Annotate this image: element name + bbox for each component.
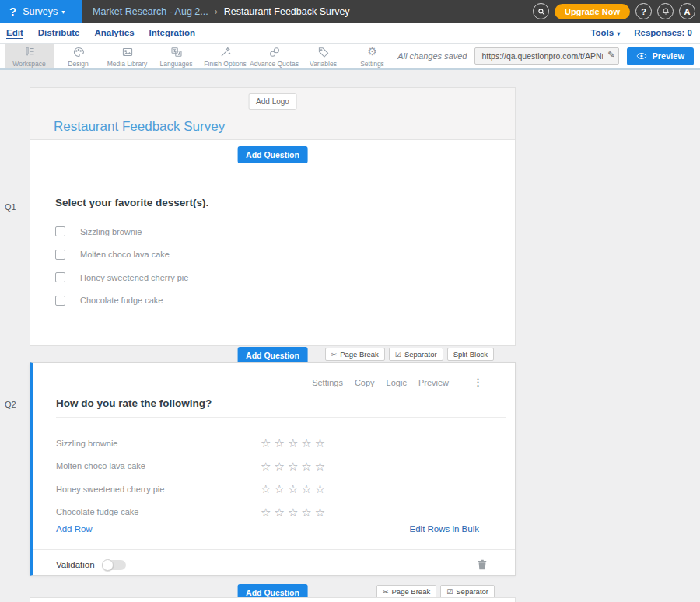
split-block-label: Split Block xyxy=(453,350,488,359)
rating-row: Honey sweetened cherry pie ☆☆☆☆☆ xyxy=(56,478,480,501)
survey-header: Add Logo Restaurant Feedback Survey xyxy=(30,88,515,140)
tab-edit[interactable]: Edit xyxy=(6,26,23,39)
toolbar-item-workspace[interactable]: Workspace xyxy=(5,44,54,68)
top-bar: ? Surveys ▾ Market Research - Aug 2... ›… xyxy=(0,0,700,23)
separator-button[interactable]: ☑ Separator xyxy=(440,585,495,598)
add-logo-button[interactable]: Add Logo xyxy=(248,93,297,110)
bell-icon xyxy=(661,7,670,16)
page-break-button[interactable]: ✂ Page Break xyxy=(325,348,385,361)
separator-icon: ☑ xyxy=(446,588,453,596)
delete-question-button[interactable] xyxy=(478,559,487,570)
question-number-q1: Q1 xyxy=(5,202,16,212)
section-nav: Edit Distribute Analytics Integration To… xyxy=(0,23,700,44)
toolbar-item-label: Variables xyxy=(310,60,337,68)
breadcrumb-separator: › xyxy=(215,6,218,17)
survey-block-q2: Settings Copy Logic Preview ⋮ How do you… xyxy=(30,362,516,576)
q2-question-text[interactable]: How do you rate the following? xyxy=(56,397,506,418)
rating-row: Sizzling brownie ☆☆☆☆☆ xyxy=(56,432,480,455)
validation-label: Validation xyxy=(56,560,95,569)
survey-title[interactable]: Restaurant Feedback Survey xyxy=(54,119,225,135)
workspace-icon xyxy=(23,46,36,58)
star-rating[interactable]: ☆☆☆☆☆ xyxy=(261,460,328,472)
toolbar-item-settings[interactable]: ⚙ Settings xyxy=(348,44,397,68)
tag-icon xyxy=(317,46,330,58)
toggle-knob xyxy=(102,559,114,571)
gear-icon: ⚙ xyxy=(367,46,377,58)
surveys-menu[interactable]: Surveys ▾ xyxy=(23,6,65,17)
search-button[interactable] xyxy=(533,3,549,19)
breadcrumb: Market Research - Aug 2... › Restaurant … xyxy=(93,6,350,17)
toolbar-item-languages[interactable]: Languages xyxy=(152,44,201,68)
toolbar-right: All changes saved ✎ Preview xyxy=(397,44,700,68)
add-row-link[interactable]: Add Row xyxy=(56,524,93,534)
toolbar-item-finish-options[interactable]: Finish Options xyxy=(201,44,250,68)
separator-button[interactable]: ☑ Separator xyxy=(389,348,443,361)
tab-integration[interactable]: Integration xyxy=(149,26,195,39)
more-options-icon[interactable]: ⋮ xyxy=(473,376,483,388)
breadcrumb-survey-name[interactable]: Restaurant Feedback Survey xyxy=(224,6,350,17)
toolbar-item-media-library[interactable]: Media Library xyxy=(103,44,152,68)
option-row: Honey sweetened cherry pie xyxy=(55,266,492,289)
scissors-icon: ✂ xyxy=(331,351,338,359)
add-question-button-mid[interactable]: Add Question xyxy=(237,347,308,364)
q2-logic-action[interactable]: Logic xyxy=(387,378,407,387)
search-icon xyxy=(537,7,546,16)
survey-url-input[interactable] xyxy=(474,47,619,65)
toolbar-item-design[interactable]: Design xyxy=(54,44,103,68)
edit-rows-in-bulk-link[interactable]: Edit Rows in Bulk xyxy=(410,524,479,534)
edit-url-icon[interactable]: ✎ xyxy=(607,50,614,60)
account-avatar[interactable]: A xyxy=(679,3,695,19)
tab-analytics[interactable]: Analytics xyxy=(94,26,134,39)
star-rating[interactable]: ☆☆☆☆☆ xyxy=(261,437,328,449)
topbar-actions: Upgrade Now ? A xyxy=(533,3,700,19)
star-rating[interactable]: ☆☆☆☆☆ xyxy=(261,483,328,495)
toolbar-item-variables[interactable]: Variables xyxy=(299,44,348,68)
q1-question-text[interactable]: Select your favorite dessert(s). xyxy=(55,197,208,208)
divider xyxy=(33,549,515,550)
help-button[interactable]: ? xyxy=(635,3,652,19)
checkbox[interactable] xyxy=(55,250,65,260)
tools-menu[interactable]: Tools ▾ xyxy=(590,28,620,37)
responses-count[interactable]: Responses: 0 xyxy=(634,28,692,37)
toolbar-item-label: Languages xyxy=(159,60,192,68)
breadcrumb-folder[interactable]: Market Research - Aug 2... xyxy=(93,6,208,17)
magic-wand-icon xyxy=(219,46,232,58)
q2-settings-action[interactable]: Settings xyxy=(312,378,343,387)
notifications-button[interactable] xyxy=(657,3,674,19)
preview-button-label: Preview xyxy=(652,51,684,61)
page-break-button[interactable]: ✂ Page Break xyxy=(376,585,436,598)
tools-menu-label: Tools xyxy=(590,28,614,37)
q2-rating-rows: Sizzling brownie ☆☆☆☆☆ Molten choco lava… xyxy=(56,432,480,523)
option-label: Chocolate fudge cake xyxy=(80,296,163,305)
logo-area[interactable]: ? Surveys ▾ xyxy=(0,0,82,23)
toolbar-item-label: Media Library xyxy=(107,60,148,68)
trash-icon xyxy=(478,559,487,570)
toolbar-item-advance-quotas[interactable]: Advance Quotas xyxy=(250,44,299,68)
checkbox[interactable] xyxy=(55,272,65,282)
checkbox[interactable] xyxy=(55,296,65,306)
eye-icon xyxy=(636,52,647,60)
question-number-q2: Q2 xyxy=(5,400,16,409)
q2-preview-action[interactable]: Preview xyxy=(418,378,449,387)
checkbox[interactable] xyxy=(55,226,65,236)
section-nav-right: Tools ▾ Responses: 0 xyxy=(590,28,692,37)
separator-label: Separator xyxy=(404,350,437,359)
upgrade-now-button[interactable]: Upgrade Now xyxy=(555,4,630,19)
tab-distribute[interactable]: Distribute xyxy=(38,26,80,39)
page-break-label: Page Break xyxy=(392,587,431,596)
option-label: Sizzling brownie xyxy=(80,227,142,236)
separator-label: Separator xyxy=(456,587,488,596)
preview-button[interactable]: Preview xyxy=(627,47,694,65)
split-block-button[interactable]: Split Block xyxy=(447,348,494,361)
toolbar-item-label: Settings xyxy=(360,60,384,68)
image-icon xyxy=(121,46,134,58)
validation-toggle[interactable] xyxy=(103,560,126,570)
next-survey-block-edge xyxy=(30,597,516,602)
toolbar-item-label: Finish Options xyxy=(204,60,246,68)
star-rating[interactable]: ☆☆☆☆☆ xyxy=(261,506,328,518)
add-question-button-top[interactable]: Add Question xyxy=(237,146,308,163)
insert-options: ✂ Page Break ☑ Separator Split Block xyxy=(325,348,494,361)
option-row: Molten choco lava cake xyxy=(55,243,492,267)
q2-copy-action[interactable]: Copy xyxy=(355,378,375,387)
chain-link-icon xyxy=(268,46,281,58)
